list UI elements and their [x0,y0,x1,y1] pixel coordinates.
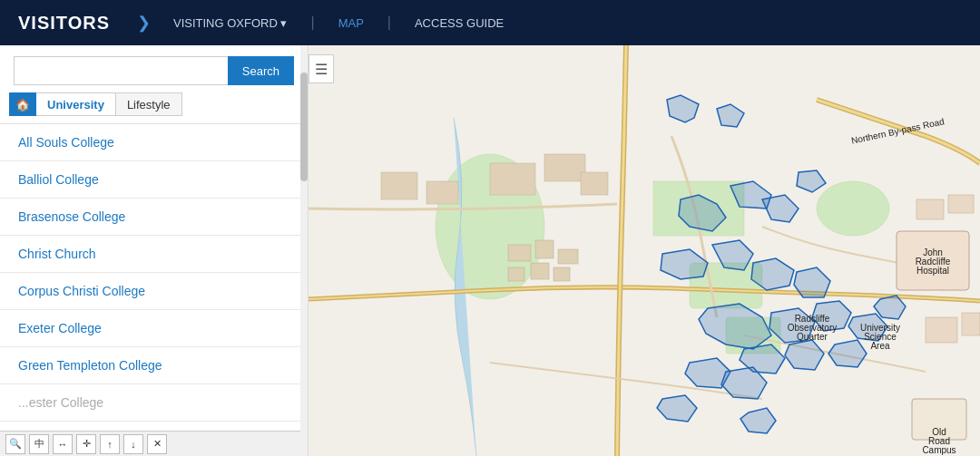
header-chevron-icon: ❯ [137,13,151,33]
list-item[interactable]: Exeter College [0,310,308,347]
list-item[interactable]: ...ester College [0,384,308,422]
svg-point-4 [817,181,889,236]
svg-rect-31 [490,163,535,195]
svg-rect-0 [309,45,980,456]
svg-rect-32 [544,154,585,181]
tabs-area: 🏠 University Lifestyle [0,92,308,124]
search-input[interactable] [14,56,228,85]
svg-rect-42 [926,317,957,343]
toolbar-chinese-icon[interactable]: 中 [29,434,49,454]
svg-text:Quarter: Quarter [797,332,828,342]
sidebar-scrollbar-thumb[interactable] [300,73,308,181]
toolbar-close-icon[interactable]: ✕ [147,434,167,454]
map-area[interactable]: ☰ [309,45,980,456]
svg-rect-38 [531,263,549,279]
list-item[interactable]: Corpus Christi College [0,273,308,310]
svg-rect-39 [554,267,570,281]
list-item[interactable]: Christ Church [0,236,308,273]
svg-rect-35 [535,240,554,258]
list-item[interactable]: All Souls College [0,124,308,161]
svg-rect-34 [508,245,531,261]
bottom-toolbar: 🔍 中 ↔ ✛ ↑ ↓ ✕ [0,431,308,456]
list-item[interactable]: Brasenose College [0,199,308,236]
nav-access-guide[interactable]: ACCESS GUIDE [415,16,504,30]
svg-text:Hospital: Hospital [916,266,949,276]
toolbar-arrow-up-icon[interactable]: ↑ [100,434,120,454]
svg-rect-33 [581,172,608,195]
main-layout: Search 🏠 University Lifestyle All Souls … [0,45,980,456]
svg-rect-43 [962,313,980,335]
svg-rect-41 [948,195,974,213]
svg-rect-29 [381,172,417,199]
map-collapse-button[interactable]: ☰ [309,54,334,83]
svg-rect-30 [426,181,458,204]
list-item[interactable]: Green Templeton College [0,347,308,384]
toolbar-move-icon[interactable]: ↔ [53,434,73,454]
tab-lifestyle[interactable]: Lifestyle [116,92,182,116]
search-button[interactable]: Search [228,56,294,85]
header: VISITORS ❯ VISITING OXFORD ▾ | MAP | ACC… [0,0,980,45]
svg-rect-36 [558,249,578,264]
sidebar-scrollbar[interactable] [300,45,308,456]
svg-rect-40 [916,199,944,219]
toolbar-cross-icon[interactable]: ✛ [76,434,96,454]
tab-home[interactable]: 🏠 [9,92,36,116]
toolbar-zoom-icon[interactable]: 🔍 [5,434,25,454]
svg-rect-37 [508,267,524,281]
svg-text:Campus: Campus [922,445,956,455]
map-svg: Radcliffe Observatory Quarter University… [309,45,980,456]
nav-map[interactable]: MAP [338,16,364,30]
sidebar: Search 🏠 University Lifestyle All Souls … [0,45,309,456]
college-list: All Souls College Balliol College Brasen… [0,124,308,456]
toolbar-arrow-down-icon[interactable]: ↓ [123,434,143,454]
site-logo: VISITORS [18,13,110,34]
tab-university[interactable]: University [36,92,116,116]
nav-visiting-oxford[interactable]: VISITING OXFORD ▾ [173,16,287,30]
list-item[interactable]: Balliol College [0,161,308,199]
svg-text:Area: Area [870,341,890,351]
search-area: Search [0,45,308,92]
